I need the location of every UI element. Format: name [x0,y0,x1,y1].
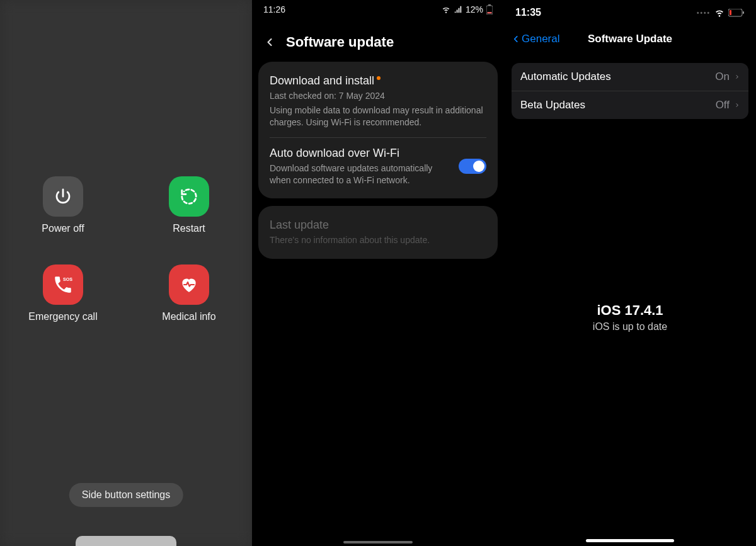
automatic-updates-value: On [715,71,730,83]
last-checked-text: Last checked on: 7 May 2024 [270,90,486,102]
svg-rect-5 [743,11,744,14]
chevron-right-icon [735,101,740,110]
battery-pct: 12% [466,4,483,14]
last-update-sub: There's no information about this update… [270,234,486,246]
svg-rect-3 [488,12,492,14]
update-settings-card: Download and install Last checked on: 7 … [258,62,498,198]
beta-updates-label: Beta Updates [520,99,585,111]
emergency-call-label: Emergency call [28,311,97,322]
update-options-card: Automatic Updates On Beta Updates Off [512,63,748,119]
svg-rect-6 [730,10,731,15]
heart-medical-icon [169,264,209,305]
auto-download-sub: Download software updates automatically … [270,162,452,186]
power-icon [43,176,83,217]
medical-info-label: Medical info [162,311,215,322]
battery-icon [728,9,745,17]
emergency-call-button[interactable]: SOS Emergency call [0,264,126,322]
battery-icon [486,4,493,14]
power-off-button[interactable]: Power off [0,176,126,234]
page-title: Software update [286,34,394,50]
page-header: Software update [252,19,504,62]
status-time: 11:26 [263,4,285,14]
wifi-icon [442,5,450,14]
auto-download-row[interactable]: Auto download over Wi-Fi Download softwa… [258,138,498,195]
beta-updates-row[interactable]: Beta Updates Off [512,91,748,119]
last-update-card[interactable]: Last update There's no information about… [258,206,498,259]
automatic-updates-row[interactable]: Automatic Updates On [512,63,748,91]
power-off-label: Power off [42,223,84,234]
notification-dot-icon [377,76,381,80]
power-menu-panel: Power off Restart SOS Emergency call Med… [0,0,252,546]
ios-status-bar: 11:35 •••• [504,0,756,25]
download-warning-text: Using mobile data to download may result… [270,105,486,128]
beta-updates-value: Off [716,99,730,111]
svg-text:SOS: SOS [63,277,72,282]
medical-info-button[interactable]: Medical info [126,264,252,322]
ios-version-text: iOS 17.4.1 [504,302,756,319]
automatic-updates-label: Automatic Updates [520,71,611,83]
chevron-right-icon [735,72,740,81]
side-button-settings[interactable]: Side button settings [69,483,183,507]
android-software-update-panel: 11:26 12% Software update Download and i… [252,0,504,546]
ios-software-update-panel: 11:35 •••• General Software Update Autom… [504,0,756,546]
download-install-title: Download and install [270,74,374,88]
nav-title: Software Update [588,33,672,45]
phone-sos-icon: SOS [43,264,83,305]
status-time: 11:35 [515,7,541,18]
ios-up-to-date-text: iOS is up to date [504,321,756,333]
last-update-title: Last update [270,219,486,232]
bottom-hint-pill [76,536,176,546]
nav-bar: General Software Update [504,25,756,53]
home-indicator[interactable] [343,541,413,543]
restart-button[interactable]: Restart [126,176,252,234]
restart-label: Restart [173,223,205,234]
auto-download-toggle[interactable] [459,159,486,174]
signal-icon [454,5,462,14]
download-install-row[interactable]: Download and install Last checked on: 7 … [258,65,498,137]
status-bar: 11:26 12% [252,0,504,19]
restart-icon [169,176,209,217]
auto-download-title: Auto download over Wi-Fi [270,147,452,160]
status-right: 12% [442,4,493,14]
back-button[interactable]: General [512,33,559,45]
power-menu-grid: Power off Restart SOS Emergency call Med… [0,176,252,322]
wifi-icon [714,8,724,18]
back-label: General [522,33,559,45]
update-status-center: iOS 17.4.1 iOS is up to date [504,302,756,333]
signal-dots-icon: •••• [697,9,711,16]
home-indicator[interactable] [586,539,674,542]
back-button[interactable] [263,36,276,48]
